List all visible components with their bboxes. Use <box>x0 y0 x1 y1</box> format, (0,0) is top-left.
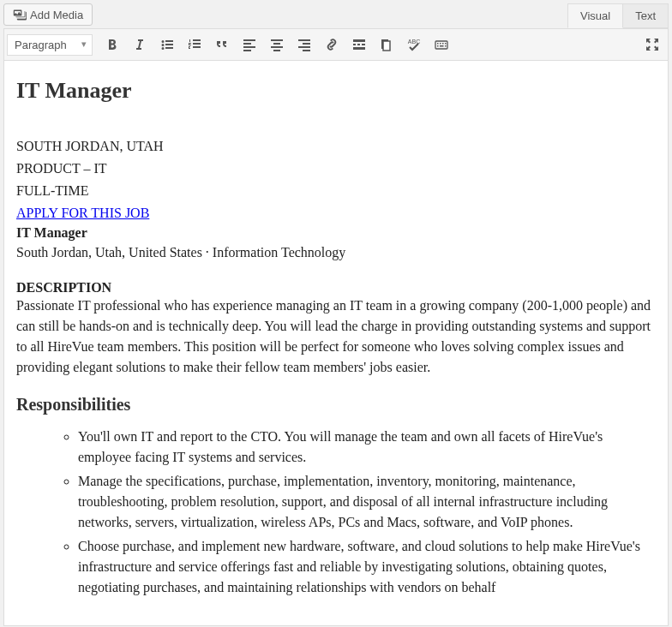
add-media-label: Add Media <box>30 9 83 21</box>
italic-button[interactable] <box>127 32 153 57</box>
spellcheck-button[interactable]: ABC <box>401 32 427 57</box>
responsibilities-header: Responsibilities <box>16 395 656 415</box>
fullscreen-icon <box>378 36 395 53</box>
keyboard-icon <box>433 36 450 53</box>
bold-icon <box>104 36 121 53</box>
expand-button[interactable] <box>639 32 665 57</box>
description-header: DESCRIPTION <box>16 280 656 296</box>
bullet-list-icon <box>159 36 176 53</box>
align-left-icon <box>241 36 258 53</box>
expand-icon <box>644 36 661 53</box>
page-title: IT Manager <box>16 78 656 104</box>
link-icon <box>323 36 340 53</box>
readmore-button[interactable] <box>346 32 372 57</box>
editor-tabs: Visual Text <box>567 3 669 28</box>
media-icon <box>13 8 27 21</box>
list-item: You'll own IT and report to the CTO. You… <box>78 427 656 468</box>
add-media-button[interactable]: Add Media <box>3 3 93 26</box>
svg-rect-6 <box>442 43 444 45</box>
align-left-button[interactable] <box>237 32 262 57</box>
italic-icon <box>131 36 148 53</box>
readmore-icon <box>351 36 368 53</box>
svg-rect-8 <box>437 45 439 47</box>
type-line: FULL-TIME <box>16 181 656 201</box>
svg-text:ABC: ABC <box>408 39 420 45</box>
editor-content-area[interactable]: IT Manager SOUTH JORDAN, UTAH PRODUCT – … <box>3 61 669 626</box>
svg-rect-3 <box>435 41 447 49</box>
responsibilities-list: You'll own IT and report to the CTO. You… <box>16 427 656 598</box>
svg-rect-5 <box>440 43 441 45</box>
align-center-button[interactable] <box>264 32 290 57</box>
align-right-button[interactable] <box>291 32 317 57</box>
quote-icon <box>213 36 231 53</box>
description-body: Passionate IT professional who has exper… <box>16 296 656 378</box>
tab-text[interactable]: Text <box>623 3 669 28</box>
keyboard-button[interactable] <box>429 32 454 57</box>
svg-rect-4 <box>437 43 439 45</box>
spellcheck-icon: ABC <box>405 36 423 53</box>
link-button[interactable] <box>319 32 345 57</box>
meta-line: South Jordan, Utah, United States · Info… <box>16 242 656 263</box>
svg-rect-10 <box>445 45 447 47</box>
fullscreen-button[interactable] <box>374 32 399 57</box>
tab-visual[interactable]: Visual <box>567 3 623 28</box>
svg-rect-1 <box>383 41 390 51</box>
apply-link[interactable]: APPLY FOR THIS JOB <box>16 206 149 220</box>
svg-rect-7 <box>445 43 447 45</box>
blockquote-button[interactable] <box>209 32 235 57</box>
department-line: PRODUCT – IT <box>16 158 656 179</box>
bold-button[interactable] <box>99 32 125 57</box>
list-item: Manage the specifications, purchase, imp… <box>78 471 656 533</box>
svg-rect-9 <box>440 45 444 47</box>
align-center-icon <box>268 36 285 53</box>
format-selector[interactable]: Paragraph <box>7 34 93 56</box>
subtitle: IT Manager <box>16 225 656 241</box>
align-right-icon <box>296 36 313 53</box>
numbered-list-button[interactable] <box>182 32 207 57</box>
location-line: SOUTH JORDAN, UTAH <box>16 136 656 157</box>
editor-toolbar: Paragraph ABC <box>3 28 669 61</box>
numbered-list-icon <box>186 36 203 53</box>
list-item: Choose purchase, and implement new hardw… <box>78 536 656 598</box>
top-bar: Add Media Visual Text <box>0 0 672 28</box>
bullet-list-button[interactable] <box>154 32 180 57</box>
